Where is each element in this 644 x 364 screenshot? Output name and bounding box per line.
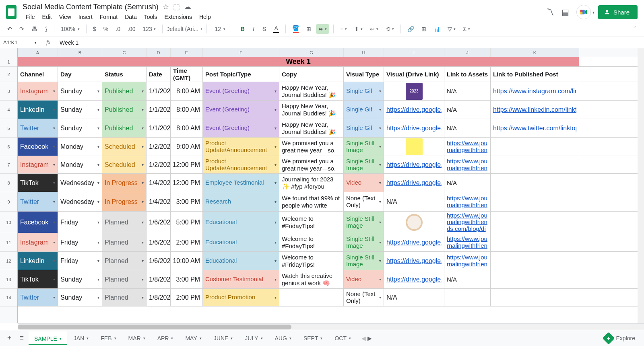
- cell-published[interactable]: [491, 252, 579, 270]
- header-date[interactable]: Date: [147, 67, 171, 82]
- cell-topic[interactable]: Product Promotion▾: [203, 289, 279, 306]
- sheets-logo[interactable]: [3, 4, 19, 20]
- halign-button[interactable]: ≡▾: [338, 24, 349, 34]
- cell-assets[interactable]: https://www.journalingwithfrien: [444, 138, 491, 156]
- cell-visual[interactable]: https://drive.google.c: [384, 233, 444, 251]
- cell-channel[interactable]: Twitter▾: [18, 289, 58, 306]
- cell-topic[interactable]: Employee Testimonial▾: [203, 174, 279, 192]
- menu-format[interactable]: Format: [97, 12, 121, 22]
- comments-icon[interactable]: ▤: [561, 7, 569, 17]
- cell-visual[interactable]: https://drive.google.c: [384, 119, 444, 137]
- add-sheet-button[interactable]: +: [4, 331, 15, 345]
- sheet-tab-aug[interactable]: AUG▾: [269, 331, 297, 345]
- menu-file[interactable]: File: [23, 12, 38, 22]
- header-status[interactable]: Status: [102, 67, 147, 82]
- header-copy[interactable]: Copy: [279, 67, 344, 82]
- fill-color-button[interactable]: 🪣: [290, 23, 301, 35]
- cell-published[interactable]: [491, 270, 579, 288]
- rotate-button[interactable]: ⟲▾: [383, 24, 396, 34]
- share-button[interactable]: Share: [598, 5, 638, 19]
- print-button[interactable]: 🖶: [29, 24, 39, 34]
- cell-status[interactable]: Published▾: [102, 101, 147, 119]
- cell-day[interactable]: Wednesday▾: [58, 174, 102, 192]
- cell-copy[interactable]: Watch this creative genius at work 🧠: [279, 270, 344, 288]
- cell-date[interactable]: 1/2/2023: [147, 156, 171, 173]
- cell-published[interactable]: [491, 138, 579, 156]
- cell-day[interactable]: Friday▾: [58, 233, 102, 251]
- cell-time[interactable]: 12:00 PM: [171, 174, 203, 192]
- cell-visual-type[interactable]: None (Text Only)▾: [344, 192, 384, 211]
- sheet-tab-feb[interactable]: FEB▾: [95, 331, 122, 345]
- cell-published[interactable]: [491, 289, 579, 306]
- row-header-9[interactable]: 9: [0, 192, 17, 212]
- paint-format-button[interactable]: ⟆: [42, 24, 50, 34]
- menu-data[interactable]: Data: [122, 12, 140, 22]
- cell-copy[interactable]: We promised you a great new year—so,: [279, 156, 344, 173]
- cell-visual[interactable]: [384, 138, 444, 156]
- cell-status[interactable]: Planned▾: [102, 252, 147, 270]
- vertical-scrollbar[interactable]: [638, 48, 644, 323]
- cell-day[interactable]: Monday▾: [58, 156, 102, 173]
- cell-time[interactable]: 10:00 AM: [171, 252, 203, 270]
- header-assets[interactable]: Link to Assets: [444, 67, 491, 82]
- cell-visual-type[interactable]: Single Still Image▾: [344, 138, 384, 156]
- cell-time[interactable]: 12:00 PM: [171, 156, 203, 173]
- cell-topic[interactable]: Product Update/Announcement▾: [203, 156, 279, 173]
- row-header-11[interactable]: 11: [0, 233, 17, 252]
- percent-button[interactable]: %: [101, 24, 111, 34]
- col-header-H[interactable]: H: [344, 48, 384, 57]
- menu-edit[interactable]: Edit: [39, 12, 55, 22]
- cell-copy[interactable]: Happy New Year, Journal Buddies! 🎉: [279, 119, 344, 137]
- cell-assets[interactable]: https://www.journalingwithfrien: [444, 192, 491, 211]
- week-header-cell[interactable]: Week 1: [18, 57, 579, 66]
- sheet-tab-oct[interactable]: OCT▾: [329, 331, 357, 345]
- cell-visual-type[interactable]: Single Gif▾: [344, 82, 384, 100]
- bold-button[interactable]: B: [238, 24, 247, 34]
- sheet-tab-jan[interactable]: JAN▾: [68, 331, 94, 345]
- cell-published[interactable]: https://www.linkedin.com/linkto: [491, 101, 579, 119]
- cell-date[interactable]: 1/1/2023: [147, 82, 171, 100]
- cell-assets[interactable]: https://www.journalingwithfrien: [444, 233, 491, 251]
- formula-bar[interactable]: Week 1: [56, 39, 644, 46]
- link-button[interactable]: 🔗: [405, 24, 417, 34]
- header-published[interactable]: Link to Published Post: [491, 67, 579, 82]
- cell-day[interactable]: Sunday▾: [58, 101, 102, 119]
- redo-button[interactable]: ↷: [17, 24, 27, 34]
- cell-published[interactable]: https://www.twitter.com/linktop: [491, 119, 579, 137]
- all-sheets-button[interactable]: ≡: [17, 331, 27, 345]
- cell-channel[interactable]: TikTok▾: [18, 270, 58, 288]
- row-header-3[interactable]: 3: [0, 82, 17, 101]
- cell-visual-type[interactable]: Single Gif▾: [344, 101, 384, 119]
- cell-copy[interactable]: Happy New Year, Journal Buddies! 🎉: [279, 82, 344, 100]
- cell-status[interactable]: Published▾: [102, 119, 147, 137]
- cell-published[interactable]: [491, 233, 579, 251]
- cell-date[interactable]: 1/8/2023: [147, 289, 171, 306]
- tab-nav[interactable]: ◀▶: [361, 335, 372, 341]
- cell-visual[interactable]: https://drive.google.c: [384, 156, 444, 173]
- cell-topic[interactable]: Customer Testimonial▾: [203, 270, 279, 288]
- comment-button[interactable]: ⊞: [419, 24, 429, 34]
- cell-time[interactable]: 3:00 PM: [171, 192, 203, 211]
- cell-date[interactable]: 1/4/2023: [147, 192, 171, 211]
- cell-date[interactable]: 1/6/2023: [147, 233, 171, 251]
- cell-copy[interactable]: Welcome to #FridayTips!: [279, 233, 344, 251]
- row-header-8[interactable]: 8: [0, 174, 17, 192]
- cell-assets[interactable]: [444, 289, 491, 306]
- cell-assets[interactable]: N/A: [444, 82, 491, 100]
- row-header-5[interactable]: 5: [0, 119, 17, 138]
- cell-copy[interactable]: We found that 99% of people who write: [279, 192, 344, 211]
- increase-decimal-button[interactable]: .00: [125, 24, 138, 34]
- cell-day[interactable]: Sunday▾: [58, 270, 102, 288]
- cell-published[interactable]: [491, 212, 579, 233]
- cell-topic[interactable]: Educational▾: [203, 233, 279, 251]
- menu-view[interactable]: View: [56, 12, 74, 22]
- col-header-E[interactable]: E: [171, 48, 203, 57]
- cell-visual-type[interactable]: None (Text Only)▾: [344, 289, 384, 306]
- cell-assets[interactable]: N/A: [444, 174, 491, 192]
- format-select[interactable]: 123▾: [140, 24, 158, 34]
- cell-assets[interactable]: https://www.journalingwithfriends.com/bl…: [444, 212, 491, 233]
- cell-day[interactable]: Sunday▾: [58, 119, 102, 137]
- header-topic[interactable]: Post Topic/Type: [203, 67, 279, 82]
- row-header-6[interactable]: 6: [0, 138, 17, 156]
- cell-channel[interactable]: Instagram▾: [18, 156, 58, 173]
